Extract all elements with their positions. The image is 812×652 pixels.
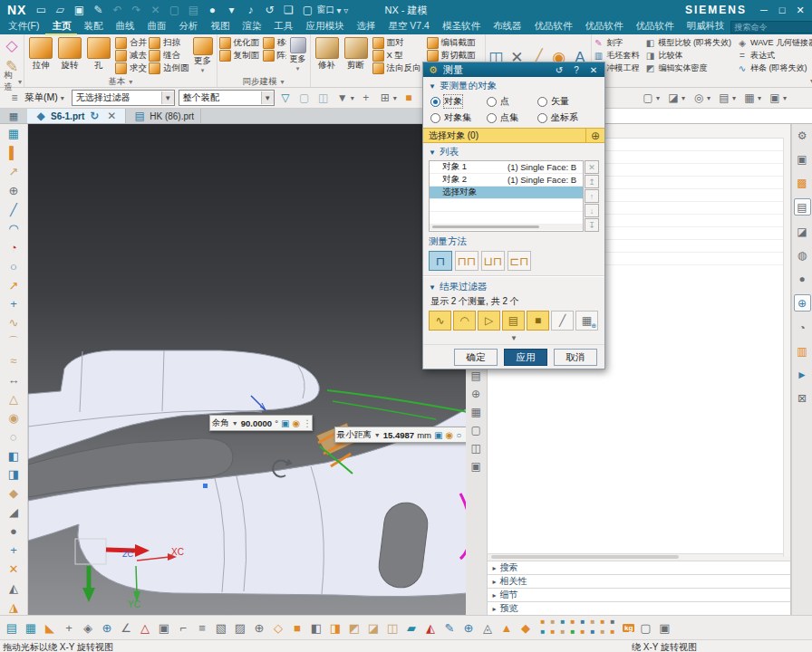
mini-icon-8[interactable]: ■ xyxy=(538,628,547,637)
open-icon[interactable]: ▱ xyxy=(53,3,67,17)
part-family-icon[interactable]: ▤ xyxy=(132,109,147,123)
snap-midpoint-icon[interactable]: ◈ xyxy=(80,619,96,636)
tri-icon[interactable]: ◬ xyxy=(479,619,496,636)
radio-对象[interactable]: 对象 xyxy=(430,95,487,108)
mini-icon-9[interactable]: ■ xyxy=(548,628,557,637)
graphics-window[interactable]: XC ZC YC 余角 ▼ 90.0000 ° ▣ ◉ ⋮ 最小距离 ▼ 15.… xyxy=(28,124,466,615)
dropdown-icon[interactable]: ▾ xyxy=(351,94,354,102)
combo-dropdown-icon[interactable]: ▼ xyxy=(161,91,174,104)
dropdown-icon[interactable]: ▾ xyxy=(758,94,761,102)
remove-item-button[interactable]: ✕ xyxy=(585,160,599,174)
up-icon[interactable]: ▲ xyxy=(498,619,515,636)
datum-csys-icon[interactable]: ⊕ xyxy=(5,183,22,199)
target-icon[interactable]: ⊕ xyxy=(460,619,477,636)
line-icon[interactable]: ╱ xyxy=(5,202,22,218)
maximize-button[interactable]: □ xyxy=(774,3,790,17)
window-layout-icon[interactable]: ▢ xyxy=(300,3,314,17)
select-object-bar[interactable]: 选择对象 (0) ⊕ xyxy=(423,128,604,143)
dropdown-icon[interactable]: ▼ xyxy=(232,420,238,427)
list-hscrollbar[interactable] xyxy=(430,225,583,230)
menu-tab-16[interactable]: 优品软件 xyxy=(629,19,680,34)
show-product-outline-icon[interactable]: ■ xyxy=(401,91,416,105)
basic-item-扫掠[interactable]: 扫掠 xyxy=(149,37,189,49)
split-view-icon[interactable]: ◫ xyxy=(384,619,401,636)
undo-icon[interactable]: ↶ xyxy=(110,3,124,17)
pair-body-icon[interactable]: ◭ xyxy=(5,580,22,596)
system-tools-icon[interactable]: ⊠ xyxy=(795,390,810,406)
section-expand-icon[interactable]: ▸ xyxy=(493,578,497,586)
group-dropdown-icon[interactable]: ▾ xyxy=(280,78,284,86)
clamp-icon[interactable]: ◪▾ xyxy=(666,91,685,105)
extra-item-比较体[interactable]: ◨比较体 xyxy=(645,50,732,62)
machine-icon[interactable]: ▦ xyxy=(742,91,757,105)
close-tab-icon[interactable]: ✕ xyxy=(104,109,119,123)
cut-icon[interactable]: ✕ xyxy=(148,3,162,17)
mini-icon-14[interactable]: ■ xyxy=(598,628,607,637)
menu-tab-4[interactable]: 曲面 xyxy=(140,19,172,34)
mini-icon-6[interactable]: ■ xyxy=(598,618,607,627)
layer-b-icon[interactable]: ▨ xyxy=(232,619,248,636)
machine-icon[interactable]: ▦▾ xyxy=(742,91,761,105)
half-right-icon[interactable]: ◨ xyxy=(327,619,343,636)
filter-face-button[interactable]: ▤ xyxy=(502,311,525,331)
assembly-navigator-icon[interactable]: ▣ xyxy=(795,151,810,167)
snap-axis-icon[interactable]: △ xyxy=(137,619,153,636)
solid-block-icon[interactable]: ◢ xyxy=(5,504,22,521)
mini-icon-4[interactable]: ■ xyxy=(578,618,587,627)
constraint-navigator-icon[interactable]: ▩ xyxy=(795,175,810,190)
mini-icon-5[interactable]: ■ xyxy=(588,618,597,627)
menu-tab-0[interactable]: 文件(F) xyxy=(2,19,45,34)
redo-icon[interactable]: ↷ xyxy=(129,3,143,17)
panel-add-icon[interactable]: ⊕ xyxy=(469,387,483,401)
navigator-vscrollbar[interactable] xyxy=(783,138,790,557)
plus-icon[interactable]: + xyxy=(5,542,22,559)
panel-blank-icon[interactable]: ▢ xyxy=(469,423,483,437)
command-finder-icon[interactable]: ↺ xyxy=(262,3,276,17)
snap-edge-icon[interactable]: ⌐ xyxy=(175,619,191,636)
snap-box-icon[interactable]: ▣ xyxy=(156,619,172,636)
double-arrow-icon[interactable]: ↔ xyxy=(5,372,22,388)
filter-list-icon[interactable]: ▼ xyxy=(335,91,350,105)
move-down-button[interactable]: ↓ xyxy=(585,204,599,217)
window-reset-icon[interactable]: ▦ xyxy=(0,109,27,123)
new-icon[interactable]: ▭ xyxy=(34,3,48,17)
basic-item-边倒圆[interactable]: 边倒圆 xyxy=(149,62,189,74)
selection-filter-combo[interactable]: 无选择过滤器 ▼ xyxy=(72,90,175,106)
menu-tab-12[interactable]: 模圣软件 xyxy=(436,19,487,34)
move-component-icon[interactable]: + xyxy=(359,91,373,105)
user-dropdown-icon[interactable]: ▾ xyxy=(224,3,238,17)
radio-对象集[interactable]: 对象集 xyxy=(430,111,487,124)
microphone-icon[interactable]: ♪ xyxy=(243,3,257,17)
document-tab-0[interactable]: ◆S6-1.prt↻✕ xyxy=(27,109,126,123)
window-cascade-icon[interactable]: ❏ xyxy=(281,3,295,17)
box-icon[interactable]: ▣ xyxy=(768,91,782,105)
preselect-point[interactable] xyxy=(203,484,208,488)
sync-item-复制面[interactable]: 复制面 xyxy=(219,50,261,62)
extra-item-刻字[interactable]: ✎刻字 xyxy=(594,37,640,49)
filter-section-header[interactable]: ▼结果过滤器 xyxy=(423,278,604,294)
menu-tab-1[interactable]: 主页 xyxy=(45,19,77,35)
ellipse-icon[interactable]: ○ xyxy=(5,258,22,274)
dialog-title-bar[interactable]: ⚙ 测量 ↺ ? ✕ xyxy=(423,62,604,77)
move-component-icon[interactable]: + xyxy=(359,91,373,105)
menu-tab-8[interactable]: 工具 xyxy=(267,19,299,34)
copy-icon[interactable]: ▢ xyxy=(167,3,181,17)
pin-icon[interactable]: ◉ xyxy=(292,418,300,428)
window-view-icon[interactable]: ▢ xyxy=(641,91,655,105)
section-expand-icon[interactable]: ▸ xyxy=(493,564,497,572)
search-input[interactable] xyxy=(730,21,812,34)
pen-icon[interactable]: ✎ xyxy=(441,619,458,636)
filter-funnel-icon[interactable]: ▽ xyxy=(278,91,293,105)
list-row-2[interactable]: 选择对象 xyxy=(430,187,583,199)
patch-button[interactable]: 修补 xyxy=(313,35,342,72)
navigator-section-2[interactable]: ▸细节 xyxy=(488,588,791,601)
solid-wedge-icon[interactable]: ◆ xyxy=(5,485,22,502)
navigator-hscrollbar[interactable] xyxy=(488,553,791,561)
window-menu-dropdown-icon[interactable]: ▾ ▿ xyxy=(336,5,348,15)
save-as-icon[interactable]: ✎ xyxy=(91,3,105,17)
menu-tab-10[interactable]: 选择 xyxy=(350,19,382,34)
box-icon[interactable]: ▣▾ xyxy=(768,91,787,105)
list-section-header[interactable]: ▼列表 xyxy=(423,143,604,159)
measure-dialog[interactable]: ⚙ 测量 ↺ ? ✕ ▼要测量的对象 对象点矢量对象集点集坐标系 选择对象 (0… xyxy=(422,62,605,369)
mini-icon-10[interactable]: ■ xyxy=(558,628,567,637)
